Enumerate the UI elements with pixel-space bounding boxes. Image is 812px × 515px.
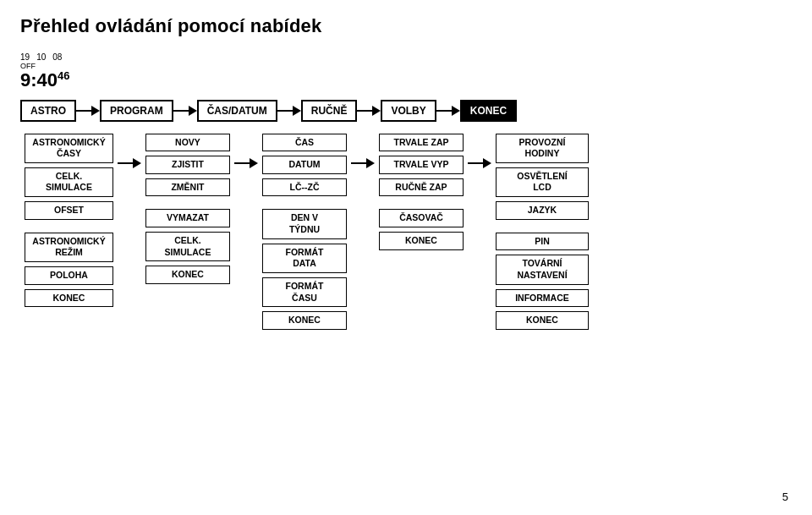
rucne-item-0[interactable]: TRVALE ZAP <box>379 134 464 152</box>
cas-item-2[interactable]: LČ--ZČ <box>262 178 347 197</box>
volby-item-2[interactable]: JAZYK <box>496 201 589 220</box>
nav-rucne[interactable]: RUČNĚ <box>301 100 358 122</box>
clock-block: 19 10 08 OFF 9:4046 <box>20 52 80 91</box>
arrow-2 <box>173 103 197 118</box>
program-item-3[interactable]: VYMAZAT <box>145 209 230 227</box>
arrow-4 <box>357 103 381 118</box>
col-astro: ASTRONOMICKÝČASY CELK.SIMULACE OFSET AST… <box>20 134 118 312</box>
clock-08: 08 <box>52 52 62 62</box>
col-rucne-items: TRVALE ZAP TRVALE VYP RUČNĚ ZAP ČASOVAČ … <box>375 134 468 255</box>
nav-program[interactable]: PROGRAM <box>100 100 173 122</box>
top-nav: ASTRO PROGRAM ČAS/DATUM RUČNĚ VOLBY KONE… <box>20 100 792 122</box>
astro-item-3[interactable]: ASTRONOMICKÝREŽIM <box>25 233 113 262</box>
nav-volby[interactable]: VOLBY <box>381 100 436 122</box>
nav-konec[interactable]: KONEC <box>460 100 517 122</box>
volby-item-0[interactable]: PROVOZNÍHODINY <box>496 134 589 163</box>
top-area: 19 10 08 OFF 9:4046 <box>20 52 792 91</box>
program-item-2[interactable]: ZMĚNIT <box>145 178 230 197</box>
astro-item-0[interactable]: ASTRONOMICKÝČASY <box>25 134 113 163</box>
volby-item-5[interactable]: INFORMACE <box>496 289 589 308</box>
program-item-0[interactable]: NOVY <box>145 134 230 152</box>
volby-item-4[interactable]: TOVÁRNÍNASTAVENÍ <box>496 255 589 284</box>
rucne-item-4[interactable]: KONEC <box>379 232 464 250</box>
arrow-5 <box>436 103 460 118</box>
page-number: 5 <box>782 490 788 503</box>
clock-19: 19 <box>20 52 30 62</box>
arrow-1 <box>76 103 100 118</box>
clock-time: 9:4046 <box>20 70 70 91</box>
arrow-col-1 <box>118 156 141 171</box>
col-volby-items: PROVOZNÍHODINY OSVĚTLENÍLCD JAZYK PIN TO… <box>491 134 593 334</box>
col-arrow-1 <box>118 134 141 171</box>
volby-item-1[interactable]: OSVĚTLENÍLCD <box>496 167 589 197</box>
col-program: NOVY ZJISTIT ZMĚNIT VYMAZAT CELK.SIMULAC… <box>141 134 234 288</box>
astro-item-2[interactable]: OFSET <box>25 201 113 220</box>
col-volby: PROVOZNÍHODINY OSVĚTLENÍLCD JAZYK PIN TO… <box>491 134 593 334</box>
col-arrow-4 <box>468 134 491 171</box>
cas-item-6[interactable]: KONEC <box>262 311 347 330</box>
program-item-4[interactable]: CELK.SIMULACE <box>145 232 230 261</box>
col-astro-items: ASTRONOMICKÝČASY CELK.SIMULACE OFSET AST… <box>20 134 118 312</box>
col-arrow-3 <box>351 134 375 171</box>
clock-row1: 19 10 08 <box>20 52 62 62</box>
program-item-1[interactable]: ZJISTIT <box>145 156 230 174</box>
main-content: ASTRONOMICKÝČASY CELK.SIMULACE OFSET AST… <box>20 134 792 334</box>
cas-item-4[interactable]: FORMÁTDATA <box>262 244 347 273</box>
col-arrow-2 <box>234 134 258 171</box>
col-program-items: NOVY ZJISTIT ZMĚNIT VYMAZAT CELK.SIMULAC… <box>141 134 234 288</box>
arrow-3 <box>277 103 301 118</box>
volby-item-3[interactable]: PIN <box>496 233 589 251</box>
rucne-item-3[interactable]: ČASOVAČ <box>379 209 464 227</box>
arrow-col-2 <box>234 156 258 171</box>
col-cas: ČAS DATUM LČ--ZČ DEN VTÝDNU FORMÁTDATA F… <box>258 134 351 334</box>
astro-item-5[interactable]: KONEC <box>25 289 113 308</box>
arrow-col-4 <box>468 156 491 171</box>
cas-item-0[interactable]: ČAS <box>262 134 347 152</box>
astro-item-1[interactable]: CELK.SIMULACE <box>25 167 113 197</box>
cas-item-3[interactable]: DEN VTÝDNU <box>262 209 347 238</box>
astro-item-4[interactable]: POLOHA <box>25 266 113 285</box>
rucne-item-1[interactable]: TRVALE VYP <box>379 156 464 174</box>
rucne-item-2[interactable]: RUČNĚ ZAP <box>379 178 464 197</box>
program-item-5[interactable]: KONEC <box>145 266 230 284</box>
arrow-col-3 <box>351 156 375 171</box>
col-rucne: TRVALE ZAP TRVALE VYP RUČNĚ ZAP ČASOVAČ … <box>375 134 468 255</box>
col-cas-items: ČAS DATUM LČ--ZČ DEN VTÝDNU FORMÁTDATA F… <box>258 134 351 334</box>
clock-10: 10 <box>36 52 46 62</box>
volby-item-6[interactable]: KONEC <box>496 311 589 330</box>
clock-seconds: 46 <box>58 69 69 82</box>
nav-astro[interactable]: ASTRO <box>20 100 76 122</box>
cas-item-1[interactable]: DATUM <box>262 156 347 174</box>
nav-cas-datum[interactable]: ČAS/DATUM <box>197 100 277 122</box>
page-title: Přehled ovládání pomocí nabídek <box>20 15 792 37</box>
cas-item-5[interactable]: FORMÁTČASU <box>262 277 347 307</box>
